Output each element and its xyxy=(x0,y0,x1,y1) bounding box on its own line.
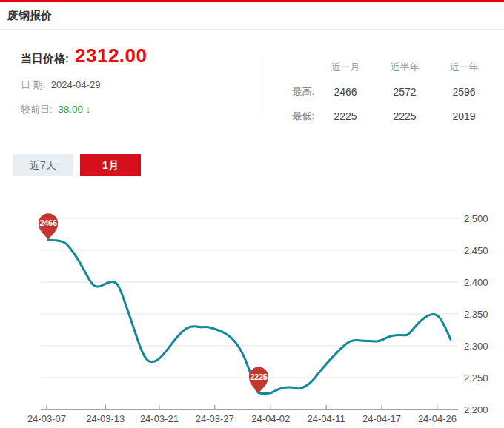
change-value: 38.00 xyxy=(58,104,83,115)
current-price: 2312.00 xyxy=(75,44,147,67)
x-axis-label: 24-04-02 xyxy=(251,413,290,424)
y-axis-label: 2,400 xyxy=(464,277,488,288)
x-axis-label: 24-04-26 xyxy=(418,413,457,424)
stats-row-low-label: 最低: xyxy=(265,104,316,128)
widget-header: 废钢报价 xyxy=(0,2,504,30)
summary-section: 当日价格: 2312.00 日 期: 2024-04-29 较前日: 38.00… xyxy=(0,30,504,142)
svg-text:2225: 2225 xyxy=(250,372,267,381)
price-pin-marker: 2466 xyxy=(39,213,58,240)
price-line xyxy=(48,240,451,393)
down-arrow-icon: ↓ xyxy=(86,104,91,115)
stat-low-halfyear: 2225 xyxy=(375,104,434,128)
stats-table: 近一月 近半年 近一年 最高: 2466 2572 2596 最低: 2225 … xyxy=(265,55,504,128)
page-title: 废钢报价 xyxy=(7,9,497,23)
x-axis-label: 24-04-17 xyxy=(362,413,401,424)
stat-low-month: 2225 xyxy=(316,104,375,128)
y-axis-label: 2,200 xyxy=(464,404,488,415)
stats-panel: 近一月 近半年 近一年 最高: 2466 2572 2596 最低: 2225 … xyxy=(265,53,504,142)
y-axis-label: 2,500 xyxy=(464,213,488,224)
x-axis-label: 24-03-27 xyxy=(196,413,234,424)
stat-high-month: 2466 xyxy=(316,79,375,104)
stats-row-high-label: 最高: xyxy=(265,79,316,104)
x-axis-label: 24-03-07 xyxy=(27,413,66,424)
date-label: 日 期: xyxy=(21,79,45,90)
stat-high-halfyear: 2572 xyxy=(375,79,434,104)
tab-1month[interactable]: 1月 xyxy=(80,154,141,176)
y-axis-label: 2,250 xyxy=(464,372,488,384)
price-pin-marker: 2225 xyxy=(249,367,268,394)
chart-area: 2,2002,2502,3002,3502,4002,4502,50024-03… xyxy=(0,201,504,428)
period-tabs: 近7天 1月 xyxy=(13,154,504,176)
x-axis-label: 24-03-13 xyxy=(86,413,125,424)
stat-low-year: 2019 xyxy=(434,104,494,128)
price-chart: 2,2002,2502,3002,3502,4002,4502,50024-03… xyxy=(0,201,504,427)
y-axis-label: 2,450 xyxy=(464,245,488,256)
x-axis-label: 24-03-21 xyxy=(140,413,179,424)
stat-high-year: 2596 xyxy=(434,79,494,104)
stats-col-halfyear: 近半年 xyxy=(375,55,434,79)
price-label: 当日价格: xyxy=(21,52,69,66)
change-label: 较前日: xyxy=(21,104,53,115)
y-axis-label: 2,300 xyxy=(464,341,488,352)
price-summary: 当日价格: 2312.00 日 期: 2024-04-29 较前日: 38.00… xyxy=(0,30,265,142)
stats-col-year: 近一年 xyxy=(434,55,494,79)
stats-col-month: 近一月 xyxy=(316,55,375,79)
y-axis-label: 2,350 xyxy=(464,309,488,320)
date-value: 2024-04-29 xyxy=(51,79,101,90)
svg-text:2466: 2466 xyxy=(39,218,56,227)
tab-7days[interactable]: 近7天 xyxy=(13,154,73,176)
x-axis-label: 24-04-11 xyxy=(308,413,345,424)
